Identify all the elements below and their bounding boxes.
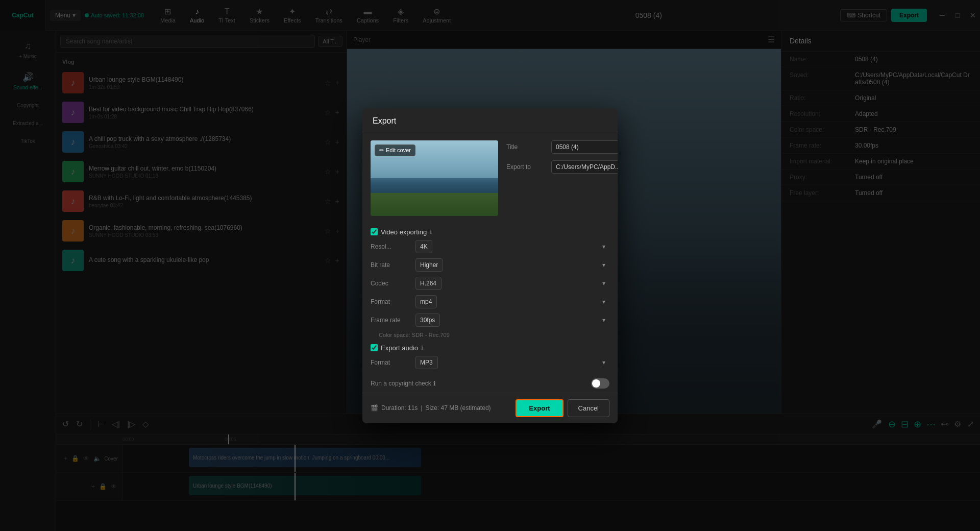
separator: | [421,404,422,412]
setting-row-framerate: Frame rate 30fps [371,313,609,327]
export-audio-info[interactable]: ℹ [421,345,423,351]
copyright-label: Run a copyright check ℹ [371,380,587,387]
select-wrapper-bitrate: Higher [415,258,609,272]
setting-select-bitrate[interactable]: Higher [415,258,443,272]
setting-row-codec: Codec H.264 [371,277,609,290]
setting-select-format[interactable]: mp4 [415,295,437,308]
duration-info: 🎬 Duration: 11s | Size: 47 MB (estimated… [371,404,491,412]
duration-text: Duration: 11s [381,404,418,412]
audio-settings: Format MP3 AAC WAV [362,356,618,369]
audio-format-select[interactable]: MP3 AAC WAV [415,356,438,369]
setting-label-codec: Codec [371,280,411,287]
select-wrapper-format: mp4 [415,295,609,308]
export-audio-section: Export audio ℹ [371,344,609,352]
setting-row-resolution: Resol... 4K [371,240,609,253]
export-dialog: Export ✏ Edit cover Title [362,108,618,423]
export-form: Title Export to 📁 [506,140,618,216]
setting-label-format: Format [371,298,411,305]
title-row: Title [506,140,618,154]
video-exporting-checkbox[interactable] [371,228,378,235]
export-now-button[interactable]: Export [516,399,563,417]
export-preview: ✏ Edit cover [371,140,498,216]
setting-select-codec[interactable]: H.264 [415,277,442,290]
edit-icon: ✏ [379,147,384,154]
preview-ground [371,193,498,215]
select-wrapper-framerate: 30fps [415,313,609,327]
toggle-knob [592,379,600,388]
video-exporting-info[interactable]: ℹ [430,229,432,235]
film-icon: 🎬 [371,404,378,412]
export-path-wrapper: 📁 [551,160,618,174]
select-wrapper-codec: H.264 [415,277,609,290]
setting-label-framerate: Frame rate [371,317,411,324]
footer-buttons: Export Cancel [516,399,609,417]
setting-select-framerate[interactable]: 30fps [415,313,440,327]
copyright-toggle[interactable] [591,378,609,389]
export-audio-checkbox[interactable] [371,344,378,351]
color-space-text: Color space: SDR - Rec.709 [371,332,609,338]
audio-format-label: Format [371,359,411,366]
copyright-info-icon[interactable]: ℹ [433,380,436,387]
export-to-row: Export to 📁 [506,160,618,174]
setting-row-format: Format mp4 [371,295,609,308]
export-settings: Resol... 4K Bit rate Higher Codec H.264 … [362,240,618,338]
overlay: Export ✏ Edit cover Title [0,0,980,531]
size-text: Size: 47 MB (estimated) [426,404,491,412]
export-to-label: Export to [506,163,547,171]
setting-label-resolution: Resol... [371,243,411,250]
setting-row-bitrate: Bit rate Higher [371,258,609,272]
audio-format-row: Format MP3 AAC WAV [371,356,609,369]
audio-format-select-wrapper: MP3 AAC WAV [415,356,609,369]
cancel-button[interactable]: Cancel [568,399,609,417]
preview-image: ✏ Edit cover [371,140,498,216]
copyright-row: Run a copyright check ℹ [362,374,618,393]
export-footer: 🎬 Duration: 11s | Size: 47 MB (estimated… [362,393,618,423]
export-dialog-body: ✏ Edit cover Title Export to 📁 [362,132,618,224]
setting-label-bitrate: Bit rate [371,261,411,269]
title-label: Title [506,143,547,151]
setting-select-resolution[interactable]: 4K [415,240,432,253]
export-path-input[interactable] [551,160,618,174]
export-dialog-header: Export [362,108,618,132]
edit-cover-button[interactable]: ✏ Edit cover [375,144,415,156]
select-wrapper-resolution: 4K [415,240,609,253]
title-input[interactable] [551,140,618,154]
video-settings-list: Resol... 4K Bit rate Higher Codec H.264 … [371,240,609,327]
video-exporting-section: Video exporting ℹ [371,228,609,236]
